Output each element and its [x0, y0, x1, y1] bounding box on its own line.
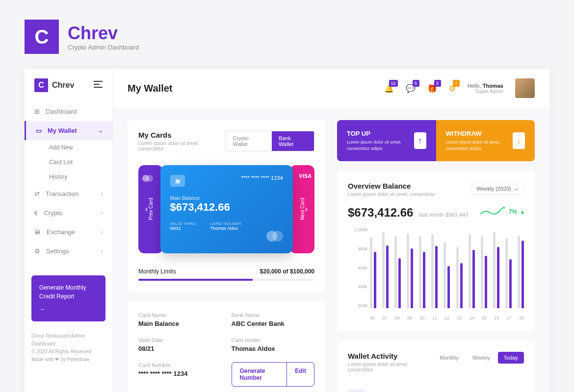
mastercard-icon [266, 231, 283, 244]
sidebar-item-exchange[interactable]: 🏛 Exchange › [25, 222, 112, 242]
my-cards-panel: My Cards Lorem ipsum dolor sit amet, con… [128, 120, 325, 292]
card-holder-value: Thomas Aldox [232, 345, 315, 352]
sidebar-item-settings[interactable]: ⚙ Settings › [25, 242, 112, 261]
chip-icon: ▦ [170, 175, 185, 187]
valid-date-value: 08/21 [138, 345, 222, 352]
sidebar-item-crypto[interactable]: € Crypto › [25, 203, 112, 222]
limits-label: Monthly Limits [138, 268, 176, 275]
settings-button[interactable]: ⚙ ! [449, 84, 456, 93]
chevron-left-icon[interactable]: ‹ [145, 205, 148, 214]
report-card[interactable]: Generate Monthly Credit Report → [31, 275, 105, 321]
card-details-panel: Card Name Main Balance Bank Name ABC Cen… [128, 301, 325, 392]
balance-chart: 1,000k800k600k400k200k 06070809101112131… [348, 227, 524, 320]
tab-today[interactable]: Today [498, 352, 524, 364]
trend-indicator: 7% ▴ [480, 207, 524, 217]
overview-balance: $673,412.66 [348, 206, 413, 220]
avatar[interactable] [515, 78, 535, 98]
brand-header: C Chrev Crypto Admin Dashboard [25, 20, 549, 54]
notifications-button[interactable]: 🔔 12 [384, 84, 394, 93]
seg-crypto-wallet[interactable]: Crypto Wallet [226, 131, 271, 151]
chevron-right-icon: › [101, 210, 103, 216]
card-number-value: **** **** **** 1234 [138, 370, 222, 377]
brand-name: Chrev [68, 23, 139, 44]
chevron-right-icon: › [101, 229, 103, 235]
gifts-button[interactable]: 🎁 2 [427, 84, 437, 93]
page-title: My Wallet [128, 83, 173, 94]
transaction-icon: ⇄ [34, 190, 40, 197]
topup-icon: ↑ [348, 389, 365, 392]
my-cards-title: My Cards [138, 131, 225, 139]
wallet-activity-panel: Wallet Activity Lorem ipsum dolor sit am… [337, 341, 535, 392]
exchange-icon: 🏛 [34, 228, 41, 236]
messages-button[interactable]: 💬 5 [406, 84, 416, 93]
caret-up-icon: ▴ [521, 208, 524, 215]
seg-bank-wallet[interactable]: Bank Wallet [272, 131, 314, 151]
brand-logo-icon: C [25, 20, 59, 54]
topup-button[interactable]: TOP UP Lorem ipsum dolor sit amet, conse… [337, 120, 436, 161]
chevron-down-icon: ⌄ [99, 128, 103, 133]
card-name-value: Main Balance [138, 320, 222, 327]
chevron-right-icon: › [101, 248, 103, 254]
prev-card[interactable]: Prev Card [138, 165, 163, 253]
chevron-right-icon[interactable]: › [305, 205, 308, 214]
overview-panel: Overview Balance Lorem ipsum dolor sit a… [337, 171, 535, 331]
settings-icon: ⚙ [34, 247, 40, 255]
overview-title: Overview Balance [348, 182, 435, 190]
limits-value: $20,000 of $100,000 [260, 268, 314, 275]
tab-monthly[interactable]: Monthly [434, 352, 465, 364]
generate-number-button[interactable]: Generate Number [232, 363, 287, 386]
brand-subtitle: Crypto Admin Dashboard [68, 44, 139, 51]
wallet-icon: ▭ [36, 127, 42, 134]
sidebar-sub-card-list[interactable]: Card List [25, 155, 112, 170]
sidebar-item-transaction[interactable]: ⇄ Transaction › [25, 184, 112, 203]
dashboard-icon: ⊞ [34, 108, 40, 115]
sidebar: C Chrev ⊞ Dashboard ▭ My Wallet ⌄ Add Ne… [25, 69, 113, 392]
arrow-down-icon: ↓ [513, 132, 525, 149]
sidebar-sub-add-new[interactable]: Add New [25, 140, 112, 155]
visa-icon: VISA [299, 173, 312, 179]
chevron-down-icon: ⌄ [514, 185, 519, 192]
bank-name-value: ABC Center Bank [232, 320, 315, 327]
user-info[interactable]: Hello, Thomas Super Admin [468, 83, 503, 94]
crypto-icon: € [34, 209, 38, 217]
sidebar-item-dashboard[interactable]: ⊞ Dashboard [25, 102, 112, 121]
arrow-up-icon: ↑ [414, 132, 426, 149]
menu-toggle-icon[interactable] [94, 81, 103, 90]
withdraw-button[interactable]: WITHDRAW Lorem ipsum dolor sit amet, con… [436, 120, 535, 161]
limits-progress [138, 279, 314, 281]
topbar: My Wallet 🔔 12 💬 5 🎁 2 ⚙ [113, 69, 549, 108]
arrow-right-icon: → [39, 305, 98, 314]
wallet-type-segment: Crypto Wallet Bank Wallet [225, 131, 314, 151]
main-card[interactable]: ▦ **** **** **** 1234 Main Balance $673,… [160, 165, 293, 253]
sidebar-item-wallet[interactable]: ▭ My Wallet ⌄ [25, 121, 112, 140]
activity-title: Wallet Activity [348, 352, 434, 360]
edit-button[interactable]: Edit [287, 363, 314, 386]
next-card[interactable]: VISA Next Card [290, 165, 314, 253]
sidebar-sub-history[interactable]: History [25, 170, 112, 184]
chevron-right-icon: › [101, 191, 103, 196]
sidebar-footer: Dovur Restaurant Admin Dashboard © 2020 … [25, 326, 112, 369]
activity-row[interactable]: ↑ Topup +$5,553 COMPLETED [348, 381, 524, 392]
my-cards-sub: Lorem ipsum dolor sit amet, consectetur [138, 141, 225, 151]
sidebar-logo[interactable]: C Chrev [34, 78, 74, 92]
tab-weekly[interactable]: Weekly [467, 352, 496, 364]
period-dropdown[interactable]: Weekly (2020) ⌄ [471, 182, 524, 195]
